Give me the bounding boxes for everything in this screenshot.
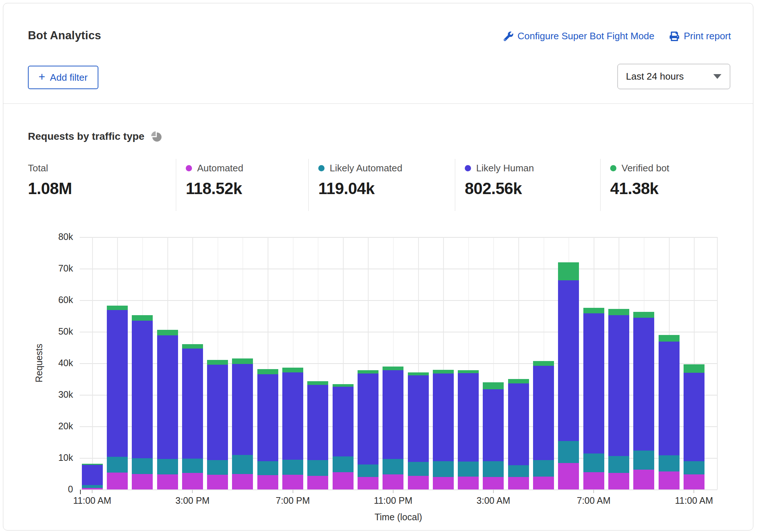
bar-segment-verified-bot[interactable] [483,382,504,389]
bar-segment-likely-automated[interactable] [533,460,554,477]
bar-segment-verified-bot[interactable] [684,364,705,373]
bar-segment-likely-human[interactable] [483,389,504,461]
bar-segment-verified-bot[interactable] [558,262,579,280]
bar-segment-automated[interactable] [533,477,554,489]
bar-segment-verified-bot[interactable] [207,360,228,365]
bar-segment-verified-bot[interactable] [182,344,203,349]
bar-segment-automated[interactable] [333,472,354,489]
bar-segment-verified-bot[interactable] [307,381,328,385]
bar-segment-automated[interactable] [107,473,128,489]
bar-segment-automated[interactable] [583,472,604,489]
bar-segment-likely-automated[interactable] [458,462,479,476]
bar-segment-automated[interactable] [207,475,228,489]
bar-segment-likely-human[interactable] [82,465,103,485]
bar-segment-automated[interactable] [358,477,378,489]
bar-segment-automated[interactable] [433,477,454,489]
bar-segment-likely-human[interactable] [433,374,454,461]
bar-segment-likely-automated[interactable] [232,455,253,474]
bar-segment-likely-human[interactable] [633,318,654,451]
bar-segment-automated[interactable] [232,474,253,489]
bar-segment-likely-human[interactable] [132,321,153,458]
bar-segment-likely-automated[interactable] [633,451,654,470]
bar-segment-verified-bot[interactable] [257,369,278,374]
bar-segment-likely-automated[interactable] [483,461,504,477]
bar-segment-likely-automated[interactable] [257,461,278,475]
bar-segment-verified-bot[interactable] [458,370,479,373]
bar-segment-likely-automated[interactable] [433,461,454,477]
bar-segment-automated[interactable] [608,473,629,489]
bar-segment-likely-human[interactable] [333,387,354,456]
bar-segment-likely-human[interactable] [383,370,403,459]
bar-segment-likely-automated[interactable] [333,456,354,472]
bar-segment-likely-automated[interactable] [107,457,128,473]
bar-segment-verified-bot[interactable] [282,368,303,372]
bar-segment-likely-human[interactable] [157,335,178,459]
bar-segment-likely-human[interactable] [232,364,253,455]
bar-segment-verified-bot[interactable] [333,384,354,387]
bar-segment-likely-human[interactable] [207,365,228,460]
bar-segment-likely-automated[interactable] [182,459,203,473]
bar-segment-verified-bot[interactable] [633,312,654,318]
bar-segment-likely-automated[interactable] [282,460,303,474]
bar-segment-likely-human[interactable] [508,383,529,465]
print-report-link[interactable]: Print report [670,30,731,42]
bar-segment-automated[interactable] [558,463,579,489]
bar-segment-likely-human[interactable] [282,372,303,460]
bar-segment-automated[interactable] [508,477,529,489]
bar-segment-automated[interactable] [483,477,504,489]
bar-segment-verified-bot[interactable] [157,330,178,335]
bar-segment-likely-automated[interactable] [508,465,529,477]
bar-segment-likely-automated[interactable] [132,458,153,474]
bar-segment-automated[interactable] [157,474,178,489]
bar-segment-automated[interactable] [659,471,680,489]
bar-segment-verified-bot[interactable] [107,306,128,310]
bar-segment-likely-human[interactable] [558,280,579,441]
bar-segment-automated[interactable] [383,474,403,489]
bar-segment-automated[interactable] [182,473,203,489]
add-filter-button[interactable]: + Add filter [28,66,98,89]
bar-segment-likely-human[interactable] [684,373,705,461]
bar-segment-verified-bot[interactable] [533,361,554,366]
bar-segment-verified-bot[interactable] [132,315,153,321]
bar-segment-automated[interactable] [307,476,328,489]
bar-segment-likely-automated[interactable] [684,461,705,474]
bar-segment-verified-bot[interactable] [408,372,429,375]
bar-segment-likely-human[interactable] [107,310,128,457]
bar-segment-likely-automated[interactable] [157,459,178,474]
bar-segment-verified-bot[interactable] [82,464,103,465]
bar-segment-likely-automated[interactable] [659,455,680,471]
time-range-select[interactable]: Last 24 hours [617,64,730,89]
bar-segment-likely-human[interactable] [408,375,429,462]
bar-segment-likely-human[interactable] [533,366,554,460]
bar-segment-likely-automated[interactable] [583,453,604,472]
bar-segment-automated[interactable] [458,477,479,489]
bar-segment-verified-bot[interactable] [659,335,680,341]
bar-segment-verified-bot[interactable] [608,309,629,315]
bar-segment-likely-human[interactable] [608,315,629,456]
bar-segment-verified-bot[interactable] [232,358,253,364]
bar-segment-automated[interactable] [408,476,429,489]
bar-segment-likely-human[interactable] [358,374,378,465]
bar-segment-likely-human[interactable] [257,374,278,461]
bar-segment-automated[interactable] [132,474,153,489]
bar-segment-automated[interactable] [257,475,278,489]
bar-segment-likely-automated[interactable] [608,456,629,473]
bar-segment-likely-human[interactable] [458,373,479,462]
bar-segment-likely-human[interactable] [659,342,680,455]
bar-segment-verified-bot[interactable] [508,379,529,383]
bar-segment-verified-bot[interactable] [583,308,604,313]
bar-segment-verified-bot[interactable] [358,370,378,374]
bar-segment-verified-bot[interactable] [383,367,403,370]
bar-segment-likely-automated[interactable] [207,460,228,475]
bar-segment-verified-bot[interactable] [433,370,454,373]
bar-segment-likely-automated[interactable] [408,462,429,476]
configure-super-bot-fight-mode-link[interactable]: Configure Super Bot Fight Mode [504,30,655,42]
bar-segment-automated[interactable] [282,475,303,489]
bar-segment-automated[interactable] [82,488,103,489]
bar-segment-likely-automated[interactable] [307,460,328,476]
bar-segment-likely-automated[interactable] [82,485,103,488]
bar-segment-likely-human[interactable] [583,313,604,453]
bar-segment-likely-human[interactable] [182,349,203,458]
bar-segment-likely-automated[interactable] [558,441,579,463]
bar-segment-automated[interactable] [684,474,705,489]
